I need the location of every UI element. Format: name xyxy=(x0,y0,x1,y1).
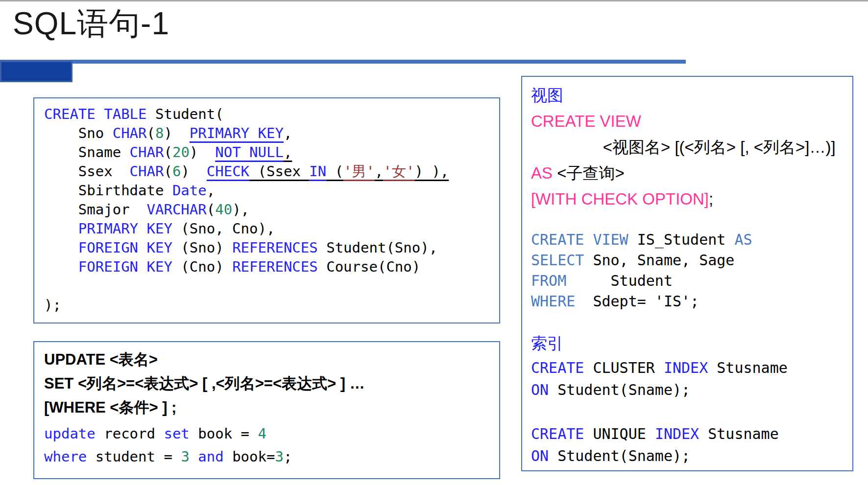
code-segment-kw: and xyxy=(198,448,223,465)
code-segment-plain: Sno xyxy=(44,125,113,141)
code-line: Sbirthdate Date, xyxy=(44,181,489,200)
code-segment-plain: ) xyxy=(190,144,215,161)
code-segment-kwu: PRIMARY KEY xyxy=(190,125,284,141)
code-segment-num: 3 xyxy=(181,448,189,465)
code-line: CREATE VIEW IS_Student AS xyxy=(531,230,844,250)
code-segment-plain: Student(Sname); xyxy=(549,381,690,398)
code-line: <视图名> [(<列名> [, <列名>]…)] xyxy=(531,134,844,160)
code-line: update record set book = 4 xyxy=(44,422,489,445)
code-segment-plain xyxy=(44,277,52,294)
code-segment-bold: SET <列名>=<表达式> [ ,<列名>=<表达式> ] … xyxy=(44,375,365,392)
code-segment-kw: CREATE xyxy=(531,359,584,376)
update-example-block: update record set book = 4where student … xyxy=(44,422,489,468)
code-segment-plain: ( xyxy=(164,163,172,180)
code-segment-kw: REFERENCES xyxy=(232,258,318,275)
code-segment-num: 8 xyxy=(155,125,164,141)
code-segment-steel: AS xyxy=(734,231,752,248)
code-segment-stru: '女' xyxy=(384,163,415,180)
code-line: Smajor VARCHAR(40), xyxy=(44,200,489,219)
code-segment-kw: FOREIGN KEY xyxy=(78,258,172,275)
code-segment-plain: (Sno) xyxy=(172,239,232,256)
code-segment-bold: UPDATE <表名> xyxy=(44,351,158,368)
code-segment-num: 4 xyxy=(258,425,266,442)
code-segment-plain xyxy=(44,239,78,256)
code-segment-plain: Stusname xyxy=(699,425,779,442)
code-segment-plain xyxy=(44,258,78,275)
code-segment-plainu: ( xyxy=(326,163,343,180)
code-line: FROM Student xyxy=(531,271,844,291)
code-segment-plain: ( xyxy=(147,125,155,141)
code-line: SELECT Sno, Sname, Sage xyxy=(531,250,844,271)
code-line: ON Student(Sname); xyxy=(531,445,844,467)
code-segment-num: 20 xyxy=(172,144,190,161)
code-segment-kw: Date xyxy=(172,182,207,199)
code-segment-plain: Sdept= 'IS'; xyxy=(575,293,699,310)
code-segment-plain: <视图名> [(<列名> [, <列名>]…)] xyxy=(531,138,836,156)
code-segment-kw: CHAR xyxy=(130,144,164,161)
code-segment-kw: PRIMARY KEY xyxy=(78,220,172,237)
code-line: FOREIGN KEY (Sno) REFERENCES Student(Sno… xyxy=(44,238,489,257)
code-segment-kw: where xyxy=(44,448,87,465)
code-line: Sname CHAR(20) NOT NULL, xyxy=(44,143,489,162)
code-segment-plain: (Sno, Cno), xyxy=(172,220,275,237)
code-segment-plain: ) xyxy=(164,125,189,141)
code-line: Ssex CHAR(6) CHECK (Ssex IN ('男','女') ), xyxy=(44,162,489,181)
code-segment-plain: , xyxy=(284,125,292,141)
code-segment-plain: Ssex xyxy=(44,163,130,180)
code-line: PRIMARY KEY (Sno, Cno), xyxy=(44,219,489,238)
code-line: where student = 3 and book=3; xyxy=(44,445,489,468)
code-segment-steel: SELECT xyxy=(531,252,584,269)
code-segment-kw: ON xyxy=(531,447,549,464)
code-line: WHERE Sdept= 'IS'; xyxy=(531,291,844,312)
code-segment-plain: UNIQUE xyxy=(584,425,655,442)
view-example-block: CREATE VIEW IS_Student ASSELECT Sno, Sna… xyxy=(531,230,844,312)
code-segment-kwu: NOT NULL xyxy=(215,144,284,161)
code-line: ON Student(Sname); xyxy=(531,379,844,401)
code-segment-num: 40 xyxy=(215,201,232,218)
code-segment-kw: INDEX xyxy=(664,359,708,376)
code-segment-plain: ), xyxy=(232,201,249,218)
code-segment-kw: ON xyxy=(531,381,549,398)
code-segment-plain: (Cno) xyxy=(172,258,232,275)
code-segment-kw: FOREIGN KEY xyxy=(78,239,172,256)
code-line: FOREIGN KEY (Cno) REFERENCES Course(Cno) xyxy=(44,257,489,277)
view-syntax-block: 视图CREATE VIEW <视图名> [(<列名> [, <列名>]…)]AS… xyxy=(531,82,844,212)
code-segment-plain: ) xyxy=(181,163,206,180)
code-segment-plain: Smajor xyxy=(44,201,147,218)
code-line xyxy=(531,401,844,423)
code-segment-label: 视图 xyxy=(531,86,563,104)
slide: SQL语句-1 CREATE TABLE Student( Sno CHAR(8… xyxy=(0,0,868,485)
index-label-block: 索引 xyxy=(531,331,844,356)
code-line: CREATE UNIQUE INDEX Stusname xyxy=(531,423,844,445)
code-segment-steel: CREATE VIEW xyxy=(531,231,628,248)
code-segment-steel: WHERE xyxy=(531,293,575,310)
code-segment-plain: ( xyxy=(164,144,172,161)
slide-title: SQL语句-1 xyxy=(13,3,169,44)
code-segment-kw: INDEX xyxy=(655,425,699,442)
update-syntax-block: UPDATE <表名>SET <列名>=<表达式> [ ,<列名>=<表达式> … xyxy=(44,347,489,419)
code-segment-kw: REFERENCES xyxy=(232,239,318,256)
code-line xyxy=(44,277,489,296)
code-segment-plain: ; xyxy=(709,190,713,208)
code-segment-kw: update xyxy=(44,425,96,442)
code-segment-plain: Sno, Sname, Sage xyxy=(584,252,734,269)
code-segment-plain: Sbirthdate xyxy=(44,182,172,199)
update-box: UPDATE <表名>SET <列名>=<表达式> [ ,<列名>=<表达式> … xyxy=(33,341,500,479)
code-segment-plainu: (Ssex xyxy=(249,163,309,180)
code-segment-steel: FROM xyxy=(531,272,566,289)
code-line: ); xyxy=(44,296,489,315)
code-segment-plain: book = xyxy=(190,425,258,442)
code-line: [WHERE <条件> ] ; xyxy=(44,395,489,419)
code-segment-kwu: CHECK xyxy=(207,163,249,180)
code-segment-kw: VARCHAR xyxy=(147,201,207,218)
code-segment-plain: ); xyxy=(44,297,61,313)
code-line: CREATE CLUSTER INDEX Stusname xyxy=(531,357,844,379)
code-segment-pink: AS xyxy=(531,164,553,182)
code-segment-plain xyxy=(44,220,78,237)
code-line: Sno CHAR(8) PRIMARY KEY, xyxy=(44,124,489,143)
accent-underline-bar xyxy=(0,60,686,64)
code-segment-plain: IS_Student xyxy=(628,231,735,248)
accent-corner-block xyxy=(0,61,72,82)
code-segment-pink: CREATE VIEW xyxy=(531,112,641,130)
code-segment-plainu: , xyxy=(375,163,383,180)
